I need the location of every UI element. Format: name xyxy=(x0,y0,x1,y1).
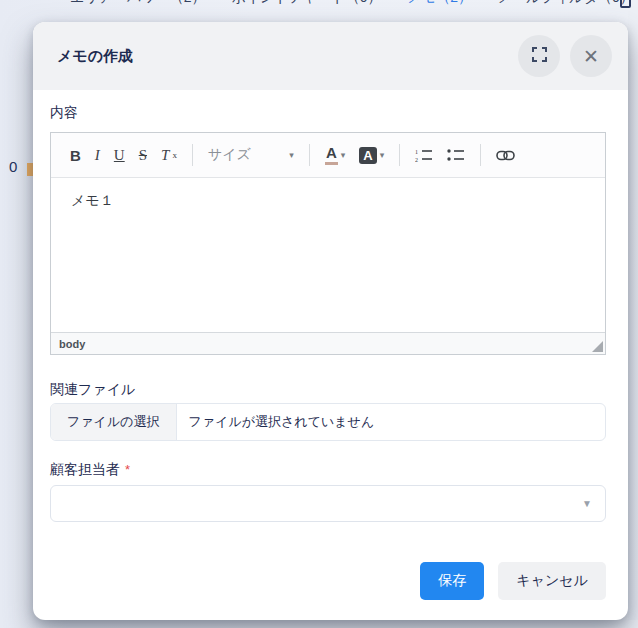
close-button[interactable]: ✕ xyxy=(570,35,612,77)
ordered-list-icon: 1 2 xyxy=(415,148,433,162)
editor-content-area[interactable]: メモ１ xyxy=(51,178,605,332)
bullet-list-button[interactable] xyxy=(440,144,472,166)
background-color-letter: A xyxy=(359,147,376,164)
dialog-title: メモの作成 xyxy=(57,47,133,66)
file-upload-field[interactable]: ファイルの選択 ファイルが選択されていません xyxy=(50,403,606,441)
underline-button[interactable]: U xyxy=(107,143,132,168)
background-right-strip xyxy=(628,10,638,620)
related-files-label: 関連ファイル xyxy=(50,381,606,399)
font-size-dropdown[interactable]: サイズ ▾ xyxy=(201,142,301,168)
remove-format-button[interactable]: Tx xyxy=(154,143,184,168)
file-status-text: ファイルが選択されていません xyxy=(177,404,375,440)
editor-path-bar: body xyxy=(51,332,605,354)
bullet-list-icon xyxy=(447,148,465,162)
assignee-label-row: 顧客担当者* xyxy=(50,461,606,479)
save-button[interactable]: 保存 xyxy=(420,562,484,600)
background-tab-row: エリア・パワー（2） ポイントチャート（0） メモ（2） メールフィルタ（0） xyxy=(70,0,638,7)
close-icon: ✕ xyxy=(583,47,599,66)
toolbar-divider xyxy=(399,144,400,166)
dialog-header: メモの作成 ✕ xyxy=(33,22,628,90)
assignee-label: 顧客担当者 xyxy=(50,461,120,477)
resize-grip[interactable] xyxy=(592,341,603,352)
background-tab[interactable]: ポイントチャート（0） xyxy=(231,0,381,7)
editor-toolbar: B I U S Tx サイズ ▾ A ▾ A ▾ xyxy=(51,133,605,178)
ordered-list-button[interactable]: 1 2 xyxy=(408,144,440,166)
choose-file-button[interactable]: ファイルの選択 xyxy=(51,404,177,440)
background-tab[interactable]: メールフィルタ（0） xyxy=(498,0,634,7)
dialog-actions: 保存 キャンセル xyxy=(50,562,606,600)
background-tab-label: メモ（2） xyxy=(408,0,472,7)
background-tab-label: エリア・パワー（2） xyxy=(70,0,205,7)
italic-button[interactable]: I xyxy=(88,143,107,168)
dialog-body: 内容 B I U S Tx サイズ ▾ A ▾ A xyxy=(33,90,628,620)
background-color-button[interactable]: A ▾ xyxy=(352,143,391,168)
select-caret-icon: ▼ xyxy=(582,498,592,509)
editor-element-path[interactable]: body xyxy=(59,338,85,350)
content-label: 内容 xyxy=(50,104,606,122)
remove-format-letter: T xyxy=(161,147,169,164)
toolbar-divider xyxy=(309,144,310,166)
background-window-icon xyxy=(620,0,631,8)
text-color-letter: A xyxy=(325,145,338,165)
bold-button[interactable]: B xyxy=(63,143,88,168)
svg-text:1: 1 xyxy=(415,149,418,155)
required-asterisk: * xyxy=(125,462,130,477)
link-button[interactable] xyxy=(489,146,522,165)
background-tab-label: ポイントチャート（0） xyxy=(231,0,381,7)
cancel-button[interactable]: キャンセル xyxy=(498,562,606,600)
background-tab[interactable]: エリア・パワー（2） xyxy=(70,0,205,7)
link-icon xyxy=(496,150,515,161)
expand-icon xyxy=(532,47,547,65)
assignee-select[interactable]: ▼ xyxy=(50,485,606,522)
svg-text:2: 2 xyxy=(415,157,418,163)
rich-text-editor: B I U S Tx サイズ ▾ A ▾ A ▾ xyxy=(50,132,606,355)
chevron-down-icon: ▾ xyxy=(380,150,385,160)
chevron-down-icon: ▾ xyxy=(341,150,346,160)
chevron-down-icon: ▾ xyxy=(289,150,294,160)
toolbar-divider xyxy=(480,144,481,166)
toolbar-divider xyxy=(192,144,193,166)
remove-format-sub: x xyxy=(172,150,177,160)
expand-button[interactable] xyxy=(518,35,560,77)
font-size-label: サイズ xyxy=(208,146,251,164)
create-memo-dialog: メモの作成 ✕ 内容 B I U S Tx サイズ xyxy=(33,22,628,620)
background-tab-active[interactable]: メモ（2） xyxy=(408,0,472,7)
text-color-button[interactable]: A ▾ xyxy=(318,141,352,169)
background-tab-label: メールフィルタ（0） xyxy=(498,0,634,7)
strikethrough-button[interactable]: S xyxy=(132,143,154,168)
background-count-fragment: 0 xyxy=(9,158,17,175)
